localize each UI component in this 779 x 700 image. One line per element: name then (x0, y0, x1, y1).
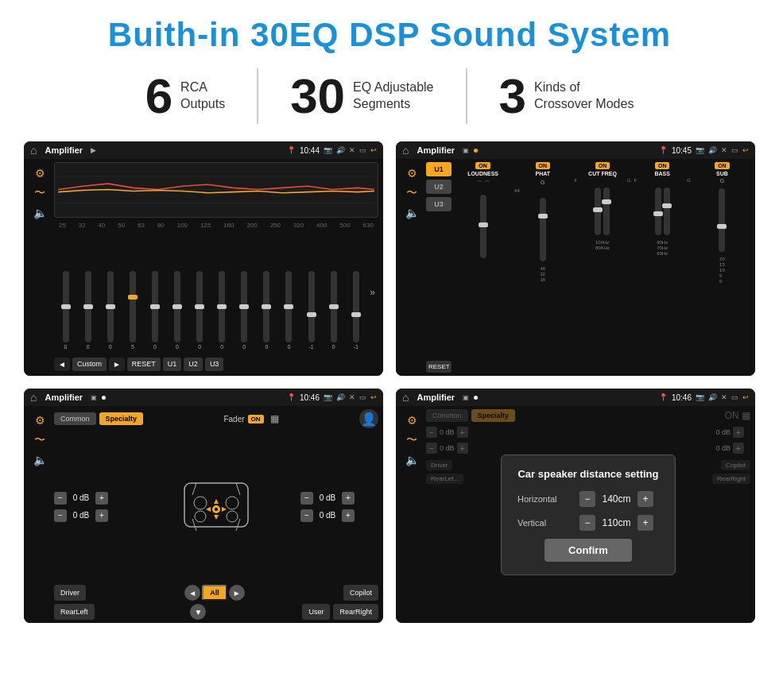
eq-filter-icon[interactable]: ⚙ (35, 167, 45, 180)
eq-more-icon[interactable]: » (368, 285, 377, 300)
fader-wave-icon[interactable]: 〜 (34, 433, 45, 447)
svg-marker-11 (214, 515, 219, 520)
dist-horizontal-val: 140cm (599, 493, 634, 505)
dist-wave-icon[interactable]: 〜 (406, 433, 417, 447)
fader-copilot-btn[interactable]: Copilot (343, 585, 378, 601)
fader-driver-btn[interactable]: Driver (54, 585, 86, 601)
eq-slider-2[interactable]: 0 (78, 271, 98, 350)
cross-speaker-icon[interactable]: 🔈 (405, 207, 419, 219)
eq-slider-13[interactable]: 0 (324, 271, 343, 350)
fader-user-btn[interactable]: User (302, 604, 330, 620)
eq-time: 10:44 (300, 146, 320, 155)
eq-slider-6[interactable]: 0 (167, 271, 187, 350)
fader-all-btn[interactable]: All (202, 585, 227, 601)
dist-vertical-label: Vertical (517, 518, 573, 528)
fader-fl-plus[interactable]: + (95, 492, 108, 505)
cross-loudness-on[interactable]: ON (475, 162, 490, 169)
cross-bass-on[interactable]: ON (655, 162, 670, 169)
fader-right-arrow[interactable]: ► (229, 585, 245, 601)
fader-home-icon[interactable]: ⌂ (30, 391, 37, 404)
fader-rr-minus[interactable]: − (300, 509, 313, 522)
cross-home-icon[interactable]: ⌂ (402, 144, 409, 157)
dist-x-icon: ✕ (721, 393, 727, 401)
dist-filter-icon[interactable]: ⚙ (407, 414, 417, 427)
cross-wave-icon[interactable]: 〜 (406, 186, 417, 200)
fader-rr-plus[interactable]: + (342, 509, 355, 522)
fader-fl-val: 0 dB (69, 493, 93, 502)
dist-vertical-minus[interactable]: − (579, 515, 595, 531)
eq-slider-14[interactable]: -1 (346, 271, 366, 350)
eq-slider-10[interactable]: 0 (257, 271, 277, 350)
cross-filter-icon[interactable]: ⚙ (407, 167, 417, 180)
fader-on-badge[interactable]: ON (248, 415, 264, 423)
eq-slider-8[interactable]: 0 (212, 271, 232, 350)
eq-slider-1[interactable]: 0 (56, 271, 76, 350)
cross-u1-btn[interactable]: U1 (426, 162, 452, 176)
cross-sub-on[interactable]: ON (715, 162, 730, 169)
cross-cutfreq-g-slider[interactable] (603, 188, 610, 235)
fader-fr-plus[interactable]: + (342, 492, 355, 505)
fader-specialty-tab[interactable]: Specialty (99, 412, 144, 425)
eq-slider-7[interactable]: 0 (190, 271, 210, 350)
fader-down-arrow[interactable]: ▼ (190, 604, 206, 620)
cross-x-icon: ✕ (721, 146, 727, 154)
cross-rect-icon: ▭ (731, 146, 738, 154)
cross-back-icon[interactable]: ↩ (742, 146, 749, 154)
dist-horizontal-plus[interactable]: + (638, 491, 653, 507)
fader-left-arrow[interactable]: ◄ (184, 585, 200, 601)
eq-slider-4[interactable]: 5 (122, 271, 142, 350)
dist-cam-icon: 📷 (696, 393, 704, 401)
cross-bass-g-slider[interactable] (664, 188, 670, 235)
fader-common-tab[interactable]: Common (54, 412, 96, 425)
cross-u2-btn[interactable]: U2 (426, 180, 452, 194)
eq-u2-btn[interactable]: U2 (184, 358, 203, 371)
eq-speaker-icon[interactable]: 🔈 (33, 207, 47, 219)
cross-bass-f-slider[interactable] (655, 188, 661, 235)
eq-next-btn[interactable]: ► (109, 358, 125, 371)
eq-slider-3[interactable]: 0 (100, 271, 120, 350)
eq-slider-11[interactable]: 0 (279, 271, 299, 350)
fader-rl-plus[interactable]: + (95, 509, 108, 522)
cross-sub-name: SUB (716, 171, 728, 176)
eq-reset-btn[interactable]: RESET (127, 358, 161, 371)
eq-u3-btn[interactable]: U3 (205, 358, 224, 371)
cross-phat-on[interactable]: ON (536, 162, 551, 169)
fader-rearright-btn[interactable]: RearRight (333, 604, 378, 620)
fader-fl-minus[interactable]: − (54, 492, 67, 505)
fader-top-bar: Common Specialty Fader ON ▦ 👤 (54, 409, 378, 428)
cross-u3-btn[interactable]: U3 (426, 197, 452, 211)
dist-sidebar: ⚙ 〜 🔈 (401, 409, 423, 620)
dist-back-icon[interactable]: ↩ (742, 393, 749, 401)
cross-sub-slider[interactable] (719, 188, 725, 252)
eq-home-icon[interactable]: ⌂ (30, 144, 37, 157)
fader-person-icon[interactable]: 👤 (359, 409, 378, 428)
cross-loudness-curve1: ⌒ (476, 180, 483, 188)
eq-custom-btn[interactable]: Custom (72, 358, 107, 371)
eq-back-icon[interactable]: ↩ (370, 146, 377, 154)
cross-cutfreq-on[interactable]: ON (595, 162, 610, 169)
fader-fr-minus[interactable]: − (300, 492, 313, 505)
eq-wave-icon[interactable]: 〜 (34, 186, 45, 200)
cross-cutfreq-f-slider[interactable] (595, 188, 601, 235)
cross-loudness-slider[interactable] (480, 195, 486, 258)
fader-filter-icon[interactable]: ⚙ (35, 414, 45, 427)
fader-rl-minus[interactable]: − (54, 509, 67, 522)
dist-vertical-plus[interactable]: + (638, 515, 653, 531)
eq-prev-btn[interactable]: ◄ (54, 358, 70, 371)
fader-speaker-icon[interactable]: 🔈 (33, 454, 47, 466)
eq-slider-12[interactable]: -1 (301, 271, 321, 350)
dist-confirm-button[interactable]: Confirm (545, 539, 632, 562)
dist-horizontal-minus[interactable]: − (579, 491, 595, 507)
cross-phat-slider[interactable] (540, 198, 546, 261)
dist-app-name: Amplifier (417, 393, 455, 402)
dist-speaker-icon[interactable]: 🔈 (405, 454, 419, 466)
eq-slider-9[interactable]: 0 (234, 271, 254, 350)
fader-back-icon[interactable]: ↩ (370, 393, 377, 401)
dist-home-icon[interactable]: ⌂ (402, 391, 409, 404)
fader-rearleft-btn[interactable]: RearLeft (54, 604, 95, 620)
eq-u1-btn[interactable]: U1 (163, 358, 182, 371)
cross-reset-btn[interactable]: RESET (426, 361, 452, 373)
dist-time: 10:46 (672, 393, 692, 402)
eq-slider-5[interactable]: 0 (145, 271, 165, 350)
fader-cam-icon: 📷 (324, 393, 332, 401)
